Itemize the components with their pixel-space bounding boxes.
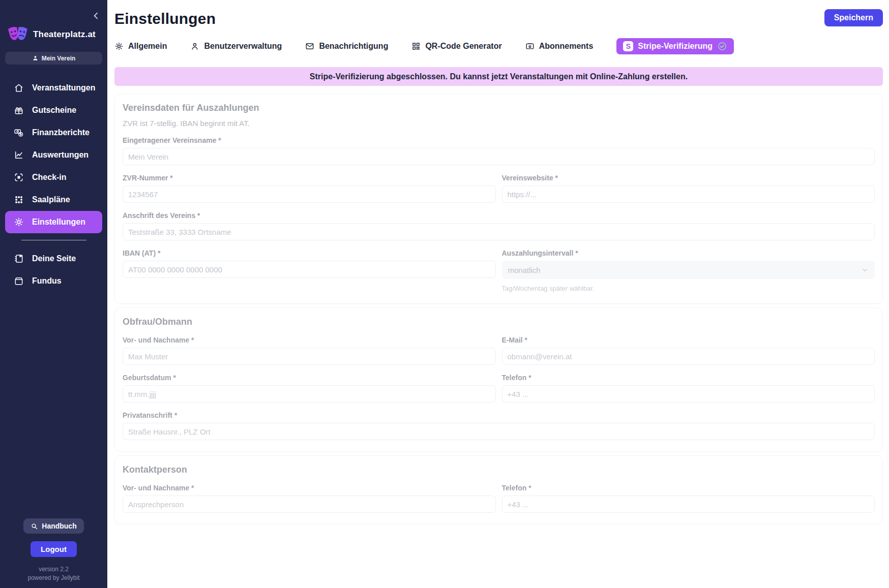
line-chart-icon (14, 150, 24, 160)
powered-by-text: powered by Jellybit (27, 574, 79, 581)
obmann-name-input[interactable] (123, 348, 496, 365)
tab-allgemein[interactable]: Allgemein (114, 42, 167, 51)
section-title: Kontaktperson (123, 465, 875, 475)
primary-nav: Veranstaltungen Gutscheine Finanzbericht… (0, 77, 107, 233)
topbar: Einstellungen Speichern (114, 9, 883, 27)
auszahlungsintervall-select[interactable]: monatlich (502, 261, 875, 279)
sidebar-item-label: Auswertungen (32, 150, 88, 160)
obmann-telefon-input[interactable] (502, 385, 875, 403)
tab-label: Abonnements (539, 42, 594, 51)
tab-benutzerverwaltung[interactable]: Benutzerverwaltung (190, 42, 282, 51)
field-label: Privatanschrift * (123, 411, 875, 419)
logout-button[interactable]: Logout (31, 541, 77, 557)
money-transfer-icon (14, 128, 24, 138)
tab-label: Stripe-Verifizierung (638, 42, 713, 51)
journal-icon (14, 254, 24, 264)
app-window: Theaterplatz.at Mein Verein Veranstaltun… (0, 0, 889, 588)
sidebar-item-veranstaltungen[interactable]: Veranstaltungen (0, 77, 107, 99)
sidebar-collapse-button[interactable] (89, 9, 103, 23)
sidebar-item-deine-seite[interactable]: Deine Seite (0, 247, 107, 270)
kontakt-name-input[interactable] (123, 496, 496, 513)
stripe-icon: S (623, 41, 633, 51)
brand: Theaterplatz.at (7, 25, 107, 44)
qr-scan-icon (14, 172, 24, 182)
handbuch-label: Handbuch (42, 522, 76, 530)
sidebar: Theaterplatz.at Mein Verein Veranstaltun… (0, 0, 107, 588)
qr-icon (411, 42, 421, 51)
stripe-success-banner: Stripe-Verifizierung abgeschlossen. Du k… (114, 67, 883, 86)
sidebar-item-label: Einstellungen (32, 218, 85, 227)
field-label: Auszahlungsintervall * (502, 249, 875, 257)
iban-input[interactable] (123, 261, 496, 278)
sidebar-divider (21, 240, 86, 240)
save-button[interactable]: Speichern (824, 9, 883, 26)
sidebar-item-einstellungen[interactable]: Einstellungen (5, 211, 102, 233)
field-label: Eingetragener Vereinsname * (123, 136, 875, 144)
theater-masks-logo-icon (7, 25, 28, 44)
tab-label: QR-Code Generator (425, 42, 501, 51)
section-subtitle: ZVR ist 7-stellig. IBAN beginnt mit AT. (123, 119, 875, 128)
card-icon (525, 42, 535, 51)
vereinsdaten-card: Vereinsdaten für Auszahlungen ZVR ist 7-… (114, 94, 883, 304)
mail-icon (305, 42, 314, 51)
sidebar-item-label: Deine Seite (32, 254, 76, 263)
sidebar-item-fundus[interactable]: Fundus (0, 270, 107, 292)
kontakt-telefon-input[interactable] (502, 496, 875, 513)
chevron-down-icon (861, 266, 869, 274)
select-value: monatlich (508, 266, 541, 274)
field-hint: Tag/Wochentag später wählbar. (502, 285, 875, 292)
sidebar-item-label: Finanzberichte (32, 128, 90, 137)
sidebar-item-check-in[interactable]: Check-in (0, 166, 107, 189)
obmann-card: Obfrau/Obmann Vor- und Nachname * E-Mail… (114, 307, 883, 452)
sidebar-item-finanzberichte[interactable]: Finanzberichte (0, 121, 107, 144)
sidebar-bottom: Handbuch Logout version 2.2 powered by J… (0, 518, 107, 588)
field-label: IBAN (AT) * (123, 249, 496, 257)
chevron-left-icon (91, 15, 101, 22)
tab-label: Benutzerverwaltung (204, 42, 282, 51)
privatanschrift-input[interactable] (123, 423, 875, 440)
kontaktperson-card: Kontaktperson Vor- und Nachname * Telefo… (114, 455, 883, 524)
tab-label: Allgemein (128, 42, 167, 51)
sidebar-item-label: Veranstaltungen (32, 83, 95, 92)
box-icon (14, 276, 24, 286)
check-circle-icon (717, 41, 727, 51)
gear-icon (14, 217, 24, 227)
field-label: Telefon * (502, 484, 875, 492)
field-label: ZVR-Nummer * (123, 174, 496, 182)
field-label: Telefon * (502, 374, 875, 382)
sidebar-item-gutscheine[interactable]: Gutscheine (0, 99, 107, 121)
field-label: Vor- und Nachname * (123, 336, 496, 344)
tab-stripe-verifizierung[interactable]: S Stripe-Verifizierung (616, 38, 734, 54)
sidebar-item-label: Gutscheine (32, 106, 76, 115)
vereinswebsite-input[interactable] (502, 185, 875, 203)
home-icon (14, 83, 24, 93)
vereinsname-input[interactable] (123, 148, 875, 165)
mein-verein-button[interactable]: Mein Verein (5, 52, 102, 65)
obmann-email-input[interactable] (502, 348, 875, 365)
section-title: Obfrau/Obmann (123, 317, 875, 327)
field-label: Geburtsdatum * (123, 374, 496, 382)
tab-benachrichtigung[interactable]: Benachrichtigung (305, 42, 388, 51)
tab-abonnements[interactable]: Abonnements (525, 42, 594, 51)
gift-icon (14, 105, 24, 115)
main-content: Einstellungen Speichern Allgemein Benutz… (107, 0, 889, 588)
tab-qr-code-generator[interactable]: QR-Code Generator (411, 42, 501, 51)
sidebar-item-saalplaene[interactable]: Saalpläne (0, 189, 107, 211)
field-label: Anschrift des Vereins * (123, 211, 875, 220)
org-name: Mein Verein (42, 55, 76, 62)
section-title: Vereinsdaten für Auszahlungen (123, 103, 875, 113)
field-label: Vereinswebsite * (502, 174, 875, 182)
person-icon (32, 55, 39, 61)
brand-name: Theaterplatz.at (33, 29, 96, 40)
version-text: version 2.2 (39, 566, 69, 573)
anschrift-input[interactable] (123, 223, 875, 240)
search-icon (31, 522, 38, 530)
handbuch-button[interactable]: Handbuch (23, 518, 83, 534)
tab-label: Benachrichtigung (319, 42, 388, 51)
page-title: Einstellungen (114, 10, 216, 27)
sidebar-item-auswertungen[interactable]: Auswertungen (0, 144, 107, 166)
gear-icon (114, 42, 124, 51)
grid-icon (14, 195, 24, 205)
geburtsdatum-input[interactable] (123, 385, 496, 403)
zvr-nummer-input[interactable] (123, 185, 496, 203)
